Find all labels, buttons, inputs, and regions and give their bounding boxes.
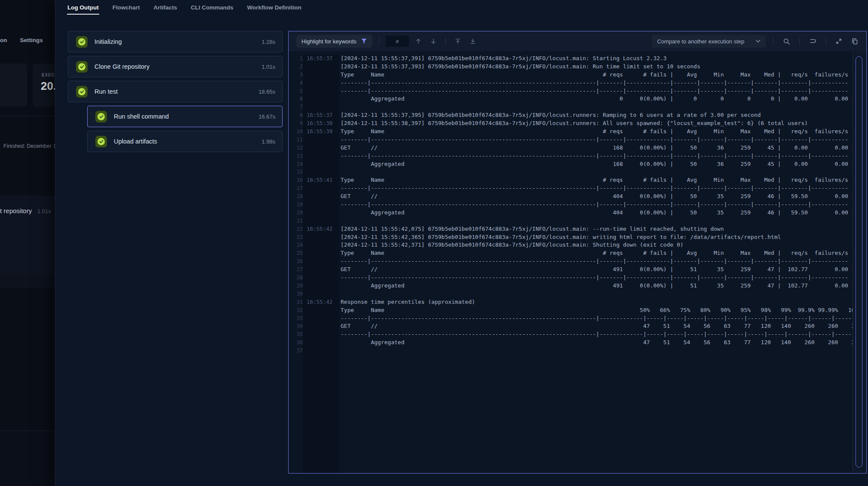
log-line-number: 17 bbox=[289, 184, 303, 193]
log-line-timestamp: 16:55:42 bbox=[303, 298, 340, 306]
log-line: 5 --------|-----------------------------… bbox=[289, 87, 853, 95]
log-line-text: [2024-12-11 15:55:42,371] 6759b5eb01be01… bbox=[340, 241, 853, 249]
log-line-timestamp bbox=[303, 160, 340, 168]
copy-logs-icon[interactable] bbox=[849, 36, 860, 47]
step-card[interactable]: Run test 18.65s bbox=[68, 81, 283, 102]
word-wrap-icon[interactable] bbox=[807, 36, 818, 47]
log-line-number: 8 bbox=[289, 111, 303, 119]
compare-step-select[interactable]: Compare to another execution step bbox=[652, 35, 766, 48]
log-line-timestamp bbox=[303, 274, 340, 282]
log-line-text: [2024-12-11 15:55:42,075] 6759b5eb01be01… bbox=[340, 225, 853, 233]
log-line-timestamp bbox=[303, 95, 340, 103]
tab[interactable]: Artifacts bbox=[153, 0, 178, 15]
log-line: 32 Type Name 50% 66% 75% 80% 90% 95% 98%… bbox=[289, 306, 853, 315]
step-card[interactable]: Run shell command 16.67s bbox=[87, 106, 283, 127]
log-body[interactable]: 1 16:55:37 [2024-12-11 15:55:37,391] 675… bbox=[289, 55, 853, 473]
step-duration: 18.65s bbox=[259, 89, 275, 95]
log-line: 30 bbox=[289, 290, 853, 298]
previous-match-button[interactable] bbox=[413, 36, 424, 47]
step-card[interactable]: Initializing 1.28s bbox=[68, 31, 283, 52]
log-line-timestamp bbox=[303, 330, 340, 339]
next-match-button[interactable] bbox=[428, 36, 439, 47]
log-line-text: --------|-------------------------------… bbox=[340, 184, 853, 193]
highlight-keywords-button[interactable]: Highlight for keywords bbox=[296, 35, 372, 48]
log-line-number: 36 bbox=[289, 339, 303, 347]
log-line: 35 --------|----------------------------… bbox=[289, 330, 853, 339]
log-line-number: 10 bbox=[289, 128, 303, 136]
bg-step-label: t repository bbox=[0, 207, 32, 214]
log-line-text: --------|-------------------------------… bbox=[340, 201, 853, 209]
scroll-to-top-button[interactable] bbox=[452, 36, 463, 47]
log-line: 22 16:55:42 [2024-12-11 15:55:42,075] 67… bbox=[289, 225, 853, 233]
bg-finished-text: Finished: December 11 bbox=[3, 143, 59, 149]
log-line: 36 Aggregated 47 51 54 56 63 77 120 140 … bbox=[289, 339, 853, 347]
log-line: 1 16:55:37 [2024-12-11 15:55:37,391] 675… bbox=[289, 55, 853, 63]
log-line-text bbox=[340, 168, 853, 176]
bg-step-row[interactable]: t repository 1.01s bbox=[0, 196, 55, 272]
background-nav: on Settings bbox=[0, 37, 43, 43]
bg-nav-item-partial[interactable]: on bbox=[0, 37, 7, 43]
log-line: 29 Aggregated 491 0(0.00%) | 51 35 259 4… bbox=[289, 282, 853, 290]
log-line-number: 15 bbox=[289, 168, 303, 176]
log-line-text: --------|-------------------------------… bbox=[340, 315, 853, 323]
step-label: Initializing bbox=[94, 38, 122, 45]
log-scrollbar-track[interactable] bbox=[853, 51, 866, 473]
expand-fullscreen-icon[interactable] bbox=[833, 36, 844, 47]
log-line: 24 [2024-12-11 15:55:42,371] 6759b5eb01b… bbox=[289, 241, 853, 249]
bg-row bbox=[0, 273, 55, 286]
toolbar-divider bbox=[799, 37, 800, 45]
bg-divider bbox=[0, 287, 55, 287]
log-line-number: 32 bbox=[289, 306, 303, 315]
log-line: 11 --------|----------------------------… bbox=[289, 136, 853, 144]
log-line-timestamp bbox=[303, 315, 340, 323]
log-line: 33 --------|----------------------------… bbox=[289, 315, 853, 323]
log-line-timestamp bbox=[303, 79, 340, 87]
tab[interactable]: Flowchart bbox=[112, 0, 140, 15]
log-scrollbar-thumb[interactable] bbox=[856, 56, 862, 468]
step-duration: 1.01s bbox=[262, 64, 275, 70]
log-line-number: 26 bbox=[289, 257, 303, 266]
search-icon[interactable] bbox=[781, 36, 792, 47]
bg-card-value: 20. bbox=[41, 79, 56, 93]
log-line-text: GET // 404 0(0.00%) | 50 35 259 46 | 59.… bbox=[340, 193, 853, 201]
success-check-icon bbox=[95, 111, 107, 122]
log-line: 19 --------|----------------------------… bbox=[289, 201, 853, 209]
log-line-text: --------|-------------------------------… bbox=[340, 330, 853, 339]
step-card[interactable]: Clone Git repository 1.01s bbox=[68, 56, 283, 77]
background-page: on Settings EXEC 20. Finished: December … bbox=[0, 0, 55, 486]
log-line-number: 24 bbox=[289, 241, 303, 249]
toolbar-divider bbox=[445, 37, 446, 45]
log-line-number: 28 bbox=[289, 274, 303, 282]
log-line-text: --------|-------------------------------… bbox=[340, 87, 853, 95]
tab-label: Artifacts bbox=[154, 4, 177, 11]
log-line: 25 Type Name # reqs # fails | Avg Min Ma… bbox=[289, 249, 853, 257]
toolbar-divider bbox=[773, 37, 774, 45]
log-line: 14 Aggregated 168 0(0.00%) | 50 36 259 4… bbox=[289, 160, 853, 168]
log-line-timestamp bbox=[303, 209, 340, 217]
step-label: Run shell command bbox=[114, 113, 169, 120]
log-line-text bbox=[340, 347, 853, 355]
log-line-timestamp: 16:55:42 bbox=[303, 225, 340, 233]
log-line-timestamp: 16:55:37 bbox=[303, 111, 340, 119]
log-line-timestamp bbox=[303, 257, 340, 266]
log-line-text bbox=[340, 103, 853, 111]
step-label: Upload artifacts bbox=[114, 138, 157, 145]
scroll-to-bottom-button[interactable] bbox=[467, 36, 478, 47]
log-line-number: 23 bbox=[289, 233, 303, 241]
tab[interactable]: Log Output bbox=[67, 0, 99, 15]
tab-label: Flowchart bbox=[113, 4, 140, 11]
step-card[interactable]: Upload artifacts 1.98s bbox=[87, 131, 283, 152]
bg-nav-item-settings[interactable]: Settings bbox=[20, 37, 43, 43]
log-line: 37 bbox=[289, 347, 853, 355]
log-line: 2 [2024-12-11 15:55:37,393] 6759b5eb01be… bbox=[289, 63, 853, 71]
log-toolbar-left: Highlight for keywords ø bbox=[296, 35, 478, 48]
log-line-timestamp bbox=[303, 144, 340, 152]
log-line-number: 12 bbox=[289, 144, 303, 152]
log-line-number: 20 bbox=[289, 209, 303, 217]
log-line: 9 16:55:38 [2024-12-11 15:55:38,397] 675… bbox=[289, 119, 853, 128]
log-line: 13 --------|----------------------------… bbox=[289, 152, 853, 160]
tab[interactable]: CLI Commands bbox=[190, 0, 234, 15]
log-line-timestamp bbox=[303, 282, 340, 290]
tab[interactable]: Workflow Definition bbox=[247, 0, 302, 15]
log-line-text: Aggregated 491 0(0.00%) | 51 35 259 47 |… bbox=[340, 282, 853, 290]
